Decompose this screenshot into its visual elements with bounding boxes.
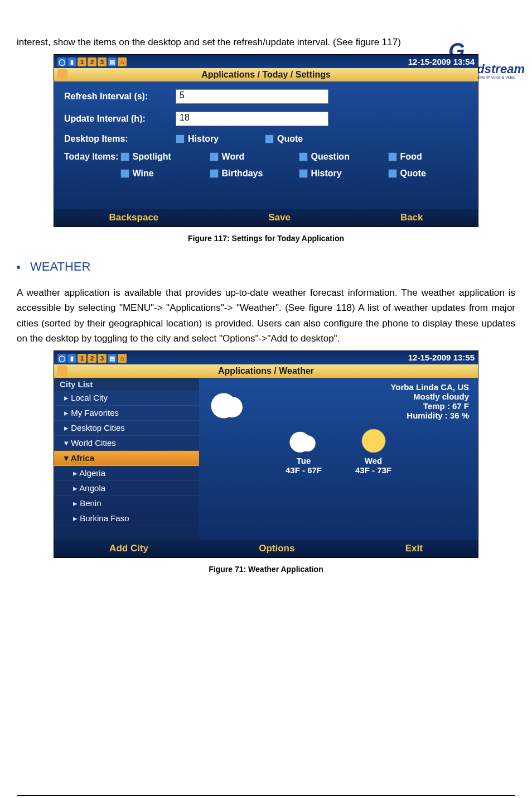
screen-title: Applications / Weather <box>218 366 314 376</box>
softkey-back[interactable]: Back <box>400 212 423 223</box>
city-list-header: City List <box>54 378 199 391</box>
list-item-label: My Favorites <box>71 408 119 417</box>
checkbox-icon <box>210 152 219 161</box>
status-num-icon: 1 <box>78 354 86 363</box>
checkbox-icon <box>210 169 219 178</box>
figure-117-screenshot: ◯▮123▤⌂ 12-15-2009 13:54 Applications / … <box>54 54 478 227</box>
list-item-label: Burkina Faso <box>80 513 129 523</box>
checkbox-label: Birthdays <box>222 169 263 179</box>
weather-paragraph: A weather application is available that … <box>17 285 515 346</box>
checkbox-item[interactable]: Word <box>210 152 277 162</box>
forecast-day: Tue 43F - 67F <box>286 428 322 475</box>
cloud-icon <box>208 392 247 420</box>
page-footer: Grandstream Networks, Inc. GXV3140H USER… <box>17 795 515 798</box>
document-page: GGrandstream Innovative IP Voice & Video… <box>0 35 532 798</box>
current-humidity: Humidity : 36 % <box>258 411 469 420</box>
list-item-label: Algeria <box>79 468 105 478</box>
update-interval-input[interactable]: 18 <box>176 112 328 126</box>
settings-panel: Refresh Interval (s): 5 Update Interval … <box>54 81 478 209</box>
checkbox-item[interactable]: Spotlight <box>120 152 187 162</box>
status-num-icon: 1 <box>78 57 86 66</box>
softkey-bar: Backspace Save Back <box>54 209 478 227</box>
softkey-save[interactable]: Save <box>268 212 291 223</box>
status-bar: ◯▮123▤⌂ 12-15-2009 13:54 <box>54 55 478 68</box>
checkbox-item[interactable]: Wine <box>120 169 187 179</box>
softkey-exit[interactable]: Exit <box>405 543 423 554</box>
list-item[interactable]: Benin <box>54 496 199 511</box>
forecast-day-name: Wed <box>355 456 391 465</box>
screen-title-bar: Applications / Today / Settings <box>54 68 478 81</box>
intro-text: interest, show the items on the desktop … <box>17 35 515 50</box>
list-item[interactable]: Burkina Faso <box>54 511 199 526</box>
checkbox-icon <box>176 134 185 143</box>
checkbox-item[interactable]: Food <box>388 152 455 162</box>
list-item[interactable]: Local City <box>54 391 199 406</box>
status-bar: ◯▮123▤⌂ 12-15-2009 13:55 <box>54 351 478 364</box>
status-num-icon: 3 <box>98 354 107 363</box>
checkbox-label: History <box>188 134 219 144</box>
list-item[interactable]: World Cities <box>54 436 199 451</box>
checkbox-icon <box>388 169 397 178</box>
checkbox-item[interactable]: Quote <box>265 134 332 144</box>
current-condition: Mostly cloudy <box>258 392 469 401</box>
checkbox-item[interactable]: Birthdays <box>210 169 277 179</box>
current-city: Yorba Linda CA, US <box>208 382 469 392</box>
checkbox-icon <box>120 152 129 161</box>
status-num-icon: 2 <box>88 57 96 66</box>
status-icon: ▮ <box>67 354 76 363</box>
status-icon: ▮ <box>67 57 76 66</box>
status-num-icon: 3 <box>98 57 107 66</box>
checkbox-icon <box>265 134 274 143</box>
update-interval-label: Update Interval (h): <box>64 114 176 124</box>
list-item[interactable]: Angola <box>54 481 199 496</box>
checkbox-label: Food <box>400 152 422 162</box>
list-item[interactable]: Desktop Cities <box>54 421 199 436</box>
sun-icon <box>357 428 390 454</box>
section-title: WEATHER <box>30 259 90 273</box>
status-icon: ◯ <box>57 354 66 363</box>
checkbox-item[interactable]: History <box>299 169 366 179</box>
figure-71-screenshot: ◯▮123▤⌂ 12-15-2009 13:55 Applications / … <box>54 350 478 558</box>
list-item-label: Africa <box>71 453 95 463</box>
list-item[interactable]: My Favorites <box>54 406 199 421</box>
checkbox-label: Spotlight <box>133 152 171 162</box>
list-item-label: Local City <box>71 393 108 402</box>
softkey-bar: Add City Options Exit <box>54 540 478 557</box>
section-heading: WEATHER <box>17 259 515 274</box>
today-items-label: Today Items: <box>64 152 120 162</box>
list-item-label: Benin <box>80 498 101 508</box>
checkbox-label: History <box>311 169 342 179</box>
checkbox-label: Word <box>222 152 245 162</box>
status-icons: ◯▮123▤⌂ <box>57 56 128 66</box>
status-icon: ▤ <box>108 354 117 363</box>
list-item-selected[interactable]: Africa <box>54 451 199 466</box>
forecast-day-name: Tue <box>286 456 322 465</box>
checkbox-label: Quote <box>277 134 303 144</box>
forecast-day-range: 43F - 73F <box>355 465 391 475</box>
checkbox-icon <box>120 169 129 178</box>
softkey-options[interactable]: Options <box>259 543 294 554</box>
weather-panel: City List Local City My Favorites Deskto… <box>54 378 478 540</box>
checkbox-label: Quote <box>400 169 426 179</box>
refresh-interval-input[interactable]: 5 <box>176 89 328 104</box>
weather-main: Yorba Linda CA, US Mostly cloudy Temp : … <box>199 378 478 540</box>
softkey-add-city[interactable]: Add City <box>109 543 148 554</box>
list-item-label: Angola <box>79 483 105 493</box>
status-datetime: 12-15-2009 13:54 <box>408 57 475 66</box>
checkbox-item[interactable]: Quote <box>388 169 455 179</box>
title-home-icon <box>57 366 67 376</box>
status-datetime: 12-15-2009 13:55 <box>408 353 475 362</box>
desktop-items-label: Desktop Items: <box>64 134 176 144</box>
list-item-label: Desktop Cities <box>71 423 125 432</box>
status-home-icon: ⌂ <box>118 354 127 363</box>
checkbox-item[interactable]: History <box>176 134 243 144</box>
checkbox-item[interactable]: Question <box>299 152 366 162</box>
bullet-icon <box>17 266 20 269</box>
softkey-backspace[interactable]: Backspace <box>109 212 158 223</box>
cloud-icon <box>287 428 320 454</box>
forecast-day-range: 43F - 67F <box>286 465 322 475</box>
status-num-icon: 2 <box>88 354 96 363</box>
status-icon: ◯ <box>57 57 66 66</box>
list-item[interactable]: Algeria <box>54 466 199 481</box>
status-icons: ◯▮123▤⌂ <box>57 353 128 363</box>
